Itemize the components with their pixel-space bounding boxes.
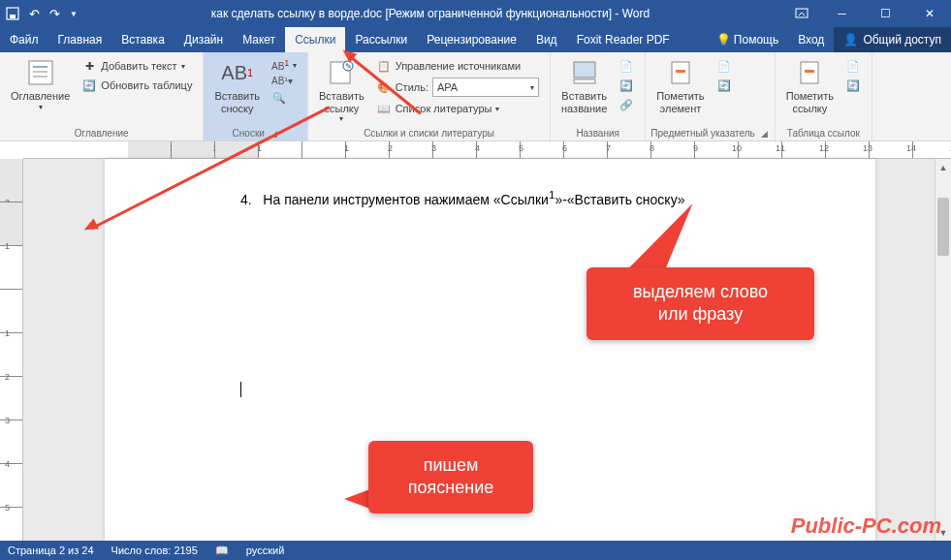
tab-home[interactable]: Главная [48, 27, 112, 52]
close-button[interactable]: ✕ [907, 0, 951, 27]
status-proofing-icon[interactable]: 📖 [215, 544, 229, 557]
sources-icon: 📋 [376, 58, 392, 74]
quick-access-toolbar: ↶ ↷ ▼ [0, 7, 78, 21]
tab-design[interactable]: Дизайн [174, 27, 233, 52]
toc-button[interactable]: Оглавление▾ [5, 55, 76, 113]
ribbon: Оглавление▾ ✚Добавить текст▾ 🔄Обновить т… [0, 52, 951, 141]
tab-review[interactable]: Рецензирование [417, 27, 526, 52]
title-bar: ↶ ↷ ▼ как сделать ссылку в ворде.doc [Ре… [0, 0, 951, 27]
citation-icon: ✎ [326, 57, 357, 88]
add-text-button[interactable]: ✚Добавить текст▾ [79, 57, 195, 75]
svg-text:✎: ✎ [345, 62, 352, 71]
group-toa: Пометить ссылку 📄 🔄 Таблица ссылок [776, 52, 872, 140]
group-citations: ✎ Вставить ссылку▾ 📋Управление источника… [308, 52, 551, 140]
status-bar: Страница 2 из 24 Число слов: 2195 📖 русс… [0, 541, 951, 560]
status-language[interactable]: русский [246, 544, 284, 556]
svg-rect-11 [574, 79, 595, 83]
tell-me[interactable]: 💡 Помощь [707, 33, 789, 47]
footnote-icon: AB1 [222, 57, 253, 88]
insert-footnote-button[interactable]: AB1 Вставить сноску [208, 55, 266, 116]
toc-icon [25, 57, 56, 88]
group-label-captions: Названия [555, 128, 640, 140]
tab-references[interactable]: Ссылки [285, 27, 345, 52]
update-toa-button[interactable]: 🔄 [842, 77, 864, 94]
group-label-toc: Оглавление [5, 128, 198, 140]
maximize-button[interactable]: ☐ [864, 0, 907, 27]
scroll-up-icon[interactable]: ▲ [935, 159, 951, 175]
share-button[interactable]: 👤Общий доступ [834, 27, 951, 52]
group-label-footnotes: Сноски [233, 128, 265, 139]
status-page[interactable]: Страница 2 из 24 [8, 544, 94, 556]
text-cursor [240, 382, 241, 397]
group-toc: Оглавление▾ ✚Добавить текст▾ 🔄Обновить т… [0, 52, 204, 140]
insert-index-button[interactable]: 📄 [713, 57, 735, 75]
ribbon-tabs: Файл Главная Вставка Дизайн Макет Ссылки… [0, 27, 951, 52]
insert-caption-button[interactable]: Вставить название [555, 55, 613, 116]
update-table-button[interactable]: 🔄Обновить таблицу [79, 77, 195, 94]
minimize-button[interactable]: ─ [820, 0, 864, 27]
svg-rect-13 [676, 70, 685, 73]
undo-icon[interactable]: ↶ [29, 7, 40, 21]
tab-file[interactable]: Файл [0, 27, 48, 52]
tab-layout[interactable]: Макет [233, 27, 285, 52]
horizontal-ruler[interactable]: 12112345678910111213141516 [23, 141, 951, 159]
watermark: Public-PC.com [791, 513, 941, 539]
window-controls: ─ ☐ ✕ [820, 0, 951, 27]
save-icon[interactable] [6, 7, 19, 20]
window-title: как сделать ссылку в ворде.doc [Режим ог… [78, 7, 783, 20]
group-label-index: Предметный указатель [650, 128, 754, 139]
svg-rect-15 [805, 70, 814, 73]
manage-sources-button[interactable]: 📋Управление источниками [373, 57, 542, 75]
group-label-toa: Таблица ссылок [780, 128, 867, 140]
cross-reference-button[interactable]: 🔗 [616, 96, 637, 113]
bulb-icon: 💡 [716, 33, 731, 47]
mark-entry-icon [665, 57, 696, 88]
scroll-thumb[interactable] [937, 198, 949, 256]
tab-mailings[interactable]: Рассылки [345, 27, 417, 52]
insert-table-figures-button[interactable]: 📄 [616, 57, 637, 75]
next-footnote-button[interactable]: AB¹▾ [269, 75, 300, 87]
update-figures-button[interactable]: 🔄 [616, 77, 637, 94]
show-notes-icon: 🔍 [271, 90, 287, 106]
tab-view[interactable]: Вид [526, 27, 567, 52]
caption-icon [569, 57, 600, 88]
vertical-ruler[interactable]: 2112345678 [0, 159, 23, 541]
biblio-icon: 📖 [376, 101, 392, 116]
callout-highlight-word: выделяем слово или фразу [586, 267, 814, 340]
bibliography-button[interactable]: 📖Список литературы▾ [373, 100, 542, 117]
redo-icon[interactable]: ↷ [49, 7, 60, 21]
sign-in[interactable]: Вход [788, 33, 834, 47]
update-index-button[interactable]: 🔄 [713, 77, 735, 94]
update-icon: 🔄 [81, 78, 97, 93]
mark-citation-button[interactable]: Пометить ссылку [780, 55, 840, 116]
index-launcher[interactable]: ◢ [759, 129, 770, 139]
svg-rect-1 [10, 15, 16, 18]
group-label-citations: Ссылки и списки литературы [313, 128, 545, 140]
mark-entry-button[interactable]: Пометить элемент [650, 55, 710, 116]
show-notes-button[interactable]: 🔍 [269, 89, 300, 107]
status-words[interactable]: Число слов: 2195 [111, 544, 198, 556]
tab-foxit[interactable]: Foxit Reader PDF [567, 27, 680, 52]
qat-dropdown-icon[interactable]: ▼ [70, 10, 78, 18]
add-text-icon: ✚ [81, 58, 97, 74]
svg-rect-3 [29, 61, 52, 84]
group-captions: Вставить название 📄 🔄 🔗 Названия [551, 52, 646, 140]
vertical-scrollbar[interactable]: ▲ ▼ [935, 159, 951, 541]
tab-insert[interactable]: Вставка [111, 27, 174, 52]
insert-endnote-button[interactable]: AB1▾ [269, 57, 300, 73]
group-index: Пометить элемент 📄 🔄 Предметный указател… [646, 52, 775, 140]
callout-write-note: пишем пояснение [368, 441, 533, 513]
mark-citation-icon [794, 57, 825, 88]
style-select[interactable]: APA▾ [432, 78, 539, 97]
person-icon: 👤 [843, 33, 858, 47]
svg-rect-10 [574, 62, 595, 78]
ribbon-options-icon[interactable] [783, 7, 820, 20]
insert-toa-button[interactable]: 📄 [842, 57, 864, 75]
